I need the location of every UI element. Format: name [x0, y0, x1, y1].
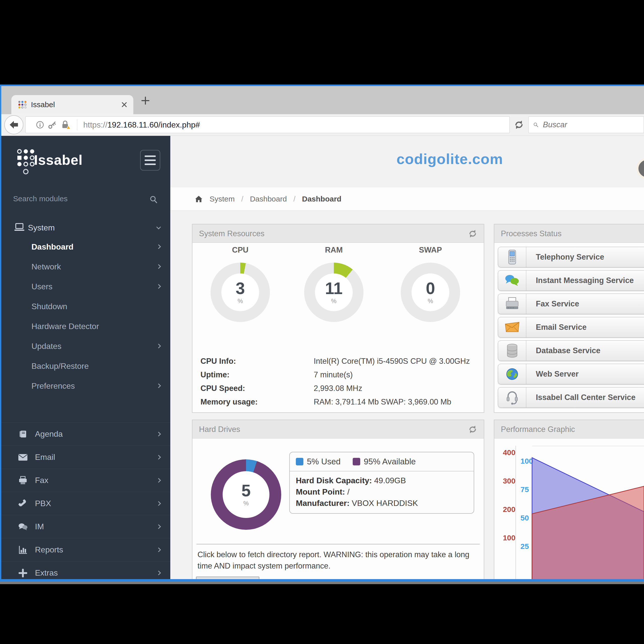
process-row-telephony[interactable]: Telephony Service [498, 247, 644, 267]
legend-row: 5% Used 95% Available [290, 452, 474, 471]
chevron-right-icon [156, 547, 161, 552]
panel-header: System Resources [192, 224, 484, 243]
call-center-icon [498, 387, 526, 408]
sidebar-item-pbx[interactable]: PBX [1, 492, 170, 515]
performance-chart-svg [494, 439, 644, 579]
sidebar-item-email[interactable]: Email [1, 446, 170, 469]
tab-title: Issabel [31, 95, 55, 114]
key-icon[interactable] [48, 120, 57, 129]
cpu-donut-chart: 3% [211, 263, 270, 322]
brand-row: Issabel [1, 148, 170, 176]
hard-drives-panel: Hard Drives 5% [192, 420, 484, 579]
breadcrumb-separator: / [241, 195, 243, 203]
favicon-icon [18, 100, 27, 109]
database-icon [498, 341, 526, 361]
book-icon [17, 430, 28, 439]
refresh-icon[interactable] [468, 229, 478, 239]
breadcrumb-item-current: Dashboard [302, 195, 341, 203]
back-button[interactable] [4, 115, 23, 134]
info-row: Uptime:7 minute(s) [200, 369, 353, 380]
process-row-call-center[interactable]: Issabel Call Center Service [498, 387, 644, 408]
cpu-gauge: CPU 3% [211, 246, 270, 322]
processes-status-panel: Processes Status Telephony Service Insta… [494, 224, 644, 413]
chevron-right-icon [156, 344, 161, 348]
close-tab-icon[interactable] [121, 101, 128, 108]
chevron-right-icon [156, 244, 161, 249]
laptop-icon [14, 222, 25, 232]
chevron-right-icon [156, 524, 161, 529]
detail-row: Manufacturer: VBOX HARDDISK [296, 498, 468, 509]
site-title: codigolite.com [396, 150, 503, 167]
sidebar-item-backup-restore[interactable]: Backup/Restore [1, 356, 170, 376]
sidebar-item-updates[interactable]: Updates [1, 336, 170, 356]
page-content: Issabel System [1, 136, 644, 579]
url-bar[interactable]: https://192.168.11.60/index.php# [25, 116, 510, 133]
sidebar-item-users[interactable]: Users [1, 277, 170, 297]
module-search-input[interactable] [13, 194, 133, 203]
chevron-right-icon [156, 501, 161, 506]
new-tab-icon[interactable] [141, 96, 150, 105]
ram-donut-chart: 11% [304, 263, 364, 322]
hard-drive-legend-box: 5% Used 95% Available Hard Disk Capacity… [289, 452, 474, 514]
phone-icon [17, 499, 28, 508]
system-submenu: Dashboard Network Users Shutdown Hardwar… [1, 237, 170, 396]
breadcrumb-item[interactable]: System [210, 195, 235, 203]
sidebar-item-hardware-detector[interactable]: Hardware Detector [1, 316, 170, 336]
sidebar-item-label: System [28, 219, 55, 236]
chat-icon [17, 522, 28, 531]
sidebar-item-preferences[interactable]: Preferences [1, 376, 170, 396]
plus-icon [17, 569, 28, 577]
panel-body: Telephony Service Instant Messaging Serv… [494, 243, 644, 412]
home-icon[interactable] [194, 195, 203, 203]
info-row: CPU Speed:2,993.08 MHz [200, 383, 362, 394]
process-row-database[interactable]: Database Service [498, 340, 644, 361]
legend-label: 95% Available [364, 457, 416, 466]
sidebar-item-agenda[interactable]: Agenda [1, 422, 170, 446]
sidebar-item-system[interactable]: System [1, 219, 170, 236]
sidebar-item-network[interactable]: Network [1, 257, 170, 277]
hard-drive-details: Hard Disk Capacity: 49.09GB Mount Point:… [290, 471, 474, 512]
insecure-lock-warning-icon[interactable] [60, 119, 71, 130]
chevron-right-icon [156, 432, 161, 436]
sidebar-item-im[interactable]: IM [1, 515, 170, 538]
breadcrumb: System / Dashboard / Dashboard [170, 187, 644, 211]
browser-tab[interactable]: Issabel [11, 95, 133, 114]
process-row-email[interactable]: Email Service [498, 317, 644, 338]
ram-gauge: RAM 11% [304, 246, 364, 322]
envelope-icon [17, 454, 28, 461]
chevron-right-icon [156, 264, 161, 269]
process-row-web-server[interactable]: Web Server [498, 364, 644, 384]
breadcrumb-separator: / [293, 195, 295, 203]
breadcrumb-item[interactable]: Dashboard [250, 195, 287, 203]
back-arrow-icon [9, 119, 19, 130]
refresh-icon[interactable] [468, 424, 478, 434]
chevron-right-icon [156, 571, 161, 575]
issabel-logo-icon [16, 148, 36, 176]
user-avatar[interactable] [636, 158, 644, 179]
available-legend-swatch [353, 458, 360, 465]
sidebar-sections: Agenda Email Fax PBX IM [1, 422, 170, 579]
browser-search-input[interactable] [542, 120, 644, 130]
menu-toggle-button[interactable] [140, 150, 160, 171]
module-search-icon[interactable] [149, 195, 158, 204]
sidebar-item-shutdown[interactable]: Shutdown [1, 297, 170, 316]
sidebar-item-dashboard[interactable]: Dashboard [1, 237, 170, 257]
sidebar-item-fax[interactable]: Fax [1, 469, 170, 492]
reload-icon[interactable] [513, 119, 525, 130]
sidebar-item-extras[interactable]: Extras [1, 561, 170, 579]
detail-row: Mount Point: / [296, 486, 468, 498]
printer-icon [17, 476, 28, 485]
browser-search-field[interactable] [529, 116, 644, 133]
process-row-instant-messaging[interactable]: Instant Messaging Service [498, 270, 644, 291]
system-resources-panel: System Resources CPU 3% [192, 224, 484, 413]
panel-body: CPU 3% RAM 11% SWAP [192, 243, 484, 412]
page-info-icon[interactable] [36, 120, 44, 129]
process-row-fax[interactable]: Fax Service [498, 294, 644, 314]
divider [196, 544, 480, 544]
fetch-report-button[interactable] [196, 577, 259, 579]
sidebar-item-reports[interactable]: Reports [1, 538, 170, 561]
panel-title: Hard Drives [199, 425, 240, 434]
chevron-right-icon [156, 383, 161, 388]
performance-graphic-panel: Performance Graphic 400 300 200 100 100 … [494, 420, 644, 579]
letterbox-stage: Issabel [0, 0, 644, 644]
